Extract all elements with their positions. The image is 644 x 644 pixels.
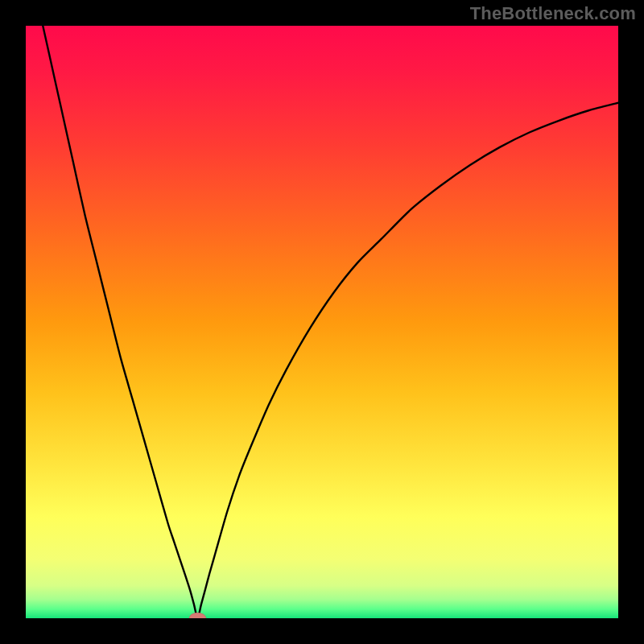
chart-frame: TheBottleneck.com (0, 0, 644, 644)
plot-area (26, 26, 618, 618)
watermark-text: TheBottleneck.com (470, 3, 636, 24)
gradient-background (26, 26, 618, 618)
chart-svg (26, 26, 618, 618)
